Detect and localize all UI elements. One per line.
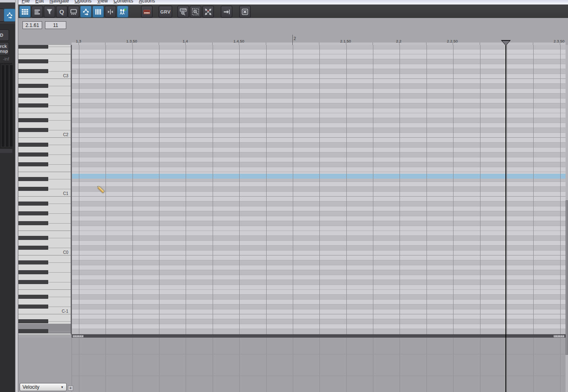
piano-key-black[interactable] xyxy=(18,280,48,284)
event-list-view-button[interactable] xyxy=(31,6,43,18)
piano-key-black[interactable] xyxy=(18,177,48,181)
piano-key[interactable] xyxy=(18,240,71,245)
piano-key-black[interactable] xyxy=(18,69,48,73)
piano-key-black[interactable] xyxy=(18,202,48,206)
piano-key[interactable] xyxy=(18,216,71,221)
piano-key-black[interactable] xyxy=(18,221,48,225)
piano-key-black[interactable] xyxy=(18,211,48,215)
piano-key[interactable] xyxy=(18,113,71,118)
piano-key-black[interactable] xyxy=(18,295,48,299)
splitter-grip-left[interactable] xyxy=(73,335,83,337)
virtual-keyboard-button[interactable] xyxy=(141,6,153,18)
piano-key-black[interactable] xyxy=(18,236,48,240)
vertical-scrollbar[interactable] xyxy=(566,45,568,392)
add-cc-lane-button[interactable]: + xyxy=(68,385,73,391)
zoom-to-loop-button[interactable]: LOOP xyxy=(177,6,189,18)
piano-key[interactable] xyxy=(18,172,71,177)
piano-key-black[interactable] xyxy=(18,103,48,108)
piano-key-black[interactable] xyxy=(18,59,48,63)
piano-key[interactable] xyxy=(18,88,71,93)
note-value-field[interactable]: 11 xyxy=(45,21,66,29)
piano-key[interactable] xyxy=(18,167,71,172)
piano-key-black[interactable] xyxy=(18,128,48,132)
filter-events-button[interactable] xyxy=(44,6,55,18)
piano-key[interactable] xyxy=(18,289,71,294)
piano-roll-grid[interactable] xyxy=(72,45,566,334)
vertical-scrollbar-thumb[interactable] xyxy=(566,200,568,355)
piano-key[interactable] xyxy=(18,284,71,289)
piano-key[interactable] xyxy=(18,181,71,186)
piano-key[interactable] xyxy=(18,49,71,54)
piano-key-black[interactable] xyxy=(18,187,48,191)
piano-key[interactable] xyxy=(18,265,71,270)
piano-keyboard[interactable]: C3C2C1C0C-1 xyxy=(18,45,72,334)
piano-key-black[interactable] xyxy=(18,162,48,166)
white-key-separator xyxy=(18,113,71,113)
groove-button[interactable]: GRV xyxy=(159,6,172,18)
track-inspector-button[interactable]: rck nsp xyxy=(0,42,9,55)
quantize-button[interactable]: Q xyxy=(56,6,67,18)
piano-key[interactable] xyxy=(18,275,71,280)
menu-item-options[interactable]: Options xyxy=(74,0,91,4)
cc-envelope-button[interactable] xyxy=(80,6,92,18)
piano-key[interactable] xyxy=(18,196,71,201)
white-key-separator xyxy=(48,297,71,297)
velocity-grid-line xyxy=(213,338,213,392)
piano-key-black[interactable] xyxy=(18,143,48,147)
zoom-to-selection-button[interactable] xyxy=(190,6,201,18)
piano-key-black[interactable] xyxy=(18,260,48,264)
piano-key[interactable] xyxy=(18,206,71,211)
piano-key-black[interactable] xyxy=(18,329,48,333)
zoom-out-button[interactable] xyxy=(202,6,214,18)
piano-key-black[interactable] xyxy=(18,94,48,98)
velocity-lane-grid[interactable] xyxy=(72,338,566,392)
piano-key[interactable] xyxy=(18,231,71,235)
piano-key[interactable] xyxy=(18,123,71,128)
piano-key[interactable] xyxy=(18,255,71,260)
piano-key[interactable] xyxy=(18,98,71,103)
piano-key-black[interactable] xyxy=(18,246,48,250)
piano-key-black[interactable] xyxy=(18,270,48,274)
gotoarrow-icon xyxy=(223,8,230,16)
background-envelope-button[interactable] xyxy=(4,9,16,22)
close-window-button[interactable] xyxy=(239,6,251,18)
piano-key-black[interactable] xyxy=(18,305,48,309)
cc-lane-selector[interactable]: Velocity ▼ xyxy=(20,383,67,391)
splitter-grip-right[interactable] xyxy=(554,335,564,337)
media-item-lane-button[interactable] xyxy=(68,6,79,18)
piano-key[interactable] xyxy=(18,137,71,142)
velocity-lane[interactable]: Velocity ▼ + xyxy=(18,338,568,392)
center-view-button[interactable] xyxy=(105,6,116,18)
mixer-meter-panel xyxy=(0,63,12,149)
piano-key-black[interactable] xyxy=(18,84,48,88)
piano-key[interactable] xyxy=(18,108,71,113)
menu-item-file[interactable]: File xyxy=(22,0,29,4)
lane-splitter[interactable] xyxy=(72,334,566,338)
follow-playback-button[interactable] xyxy=(117,6,128,18)
menu-item-edit[interactable]: Edit xyxy=(35,0,44,4)
position-field[interactable]: 2.1.61 xyxy=(22,21,42,29)
piano-key-black[interactable] xyxy=(18,319,48,323)
piano-key-black[interactable] xyxy=(18,118,48,122)
piano-key-black[interactable] xyxy=(18,152,48,157)
menu-item-actions[interactable]: Actions xyxy=(139,0,155,4)
piano-key[interactable] xyxy=(18,64,71,69)
piano-roll-view-button[interactable] xyxy=(19,6,31,18)
piano-key[interactable] xyxy=(18,147,71,152)
grid-line xyxy=(453,45,454,334)
piano-key[interactable] xyxy=(18,157,71,162)
piano-key[interactable] xyxy=(18,226,71,231)
window-left-edge[interactable] xyxy=(15,0,18,392)
piano-key[interactable] xyxy=(18,54,71,59)
piano-key[interactable] xyxy=(18,299,71,304)
piano-key[interactable] xyxy=(18,314,71,319)
white-key-separator xyxy=(18,54,71,54)
menu-item-contents[interactable]: Contents xyxy=(114,0,133,4)
docker-tab-button[interactable]: D xyxy=(0,29,9,41)
menu-item-view[interactable]: View xyxy=(97,0,108,4)
go-to-cursor-button[interactable] xyxy=(221,6,232,18)
grid-toggle-button[interactable] xyxy=(92,6,104,18)
piano-key-black[interactable] xyxy=(18,45,48,49)
menu-item-navigate[interactable]: Navigate xyxy=(49,0,69,4)
piano-key[interactable] xyxy=(18,78,71,83)
